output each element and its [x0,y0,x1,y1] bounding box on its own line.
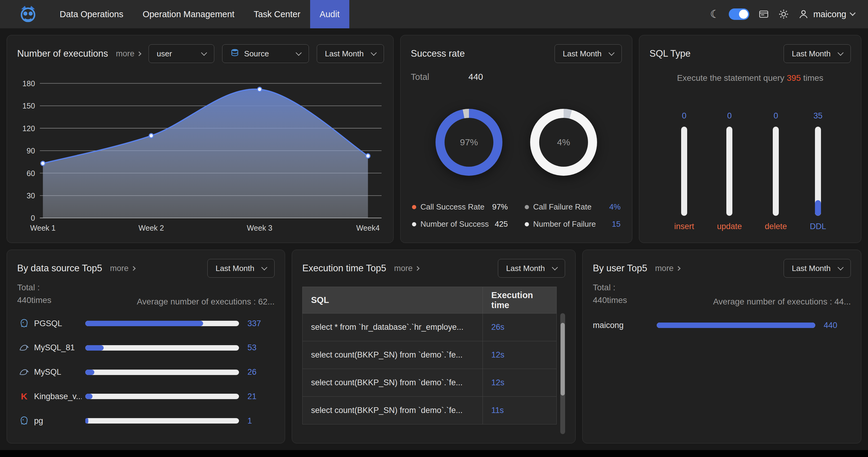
app-logo-owl-icon[interactable] [18,4,38,24]
average-label: Average number of executions : 62... [137,297,275,307]
legend-item: Number of Failure 15 [525,219,621,229]
dashboard-content: Number of executions more user Source [0,28,868,450]
svg-text:180: 180 [22,79,35,87]
bar-track [773,127,779,216]
list-item: maicong 440 [593,315,851,335]
gear-icon[interactable] [778,9,789,20]
chevron-down-icon [849,10,856,16]
more-link[interactable]: more [116,49,141,59]
bar-delete: 0 delete [765,111,787,231]
theme-toggle[interactable] [729,8,749,20]
bar-track [85,418,239,424]
postgresql-icon [17,416,31,426]
failure-rate-donut: 4% [530,109,597,176]
legend-dot [412,205,416,209]
query-count: 395 [786,73,801,83]
main-nav: Data Operations Operation Management Tas… [50,0,349,28]
nav-item-operation-management[interactable]: Operation Management [133,0,244,28]
col-header-sql: SQL [303,287,483,313]
chevron-down-icon [838,50,844,56]
panel-sql-type: SQL Type Last Month Execute the statemen… [639,35,861,243]
panel-title: By user Top5 [593,263,647,274]
legend-item: Call Failure Rate 4% [525,202,621,212]
period-select[interactable]: Last Month [498,259,565,278]
panel-title: SQL Type [650,48,690,59]
table-row: select count(BKKP_SN) from `demo`.`fe...… [303,341,557,369]
nav-item-audit[interactable]: Audit [310,0,349,28]
donut-center-label: 4% [539,118,588,167]
postgresql-icon [17,318,31,329]
total-block: Total : 440times [593,281,627,307]
period-select[interactable]: Last Month [555,44,622,63]
bar-track [657,323,815,328]
user-bar-list: maicong 440 [593,315,851,338]
kingbase-icon: K [17,391,31,401]
execution-time-table: SQL Execution time select * from `hr_dat… [302,287,557,424]
user-filter-select[interactable]: user [149,44,214,63]
chevron-down-icon [371,50,377,56]
more-link[interactable]: more [110,264,135,273]
panel-by-data-source: By data source Top5 more Last Month Tota… [7,250,285,444]
chevron-right-icon [415,266,420,271]
scrollbar-thumb[interactable] [561,323,565,396]
col-header-execution-time: Execution time [483,287,557,313]
svg-text:0: 0 [31,214,35,222]
list-item: MySQL_81 53 [17,338,275,358]
success-total: Total 440 [411,72,622,82]
table-scrollbar[interactable] [560,313,565,434]
legend-dot [525,222,529,226]
legend-item: Number of Success 425 [412,219,508,229]
svg-text:120: 120 [22,124,35,132]
table-row: select count(BKKP_SN) from `demo`.`fe...… [303,369,557,397]
panel-title: Success rate [411,48,465,59]
chevron-down-icon [261,264,267,270]
source-filter-select[interactable]: Source [222,44,309,63]
bar-track [681,127,687,216]
table-row: select * from `hr_database`.`hr_employe.… [303,313,557,341]
legend-dot [412,222,416,226]
bar-track [726,127,733,216]
period-select[interactable]: Last Month [317,44,384,63]
sql-type-subtitle: Execute the statement query 395 times [650,73,851,83]
list-item: PGSQL 337 [17,314,275,333]
chevron-right-icon [131,266,135,271]
svg-text:Week 2: Week 2 [138,223,164,232]
total-block: Total : 440times [17,281,52,307]
panel-by-user: By user Top5 more Last Month Total : 440… [582,250,861,444]
panel-title: Number of executions [17,48,108,59]
top-navbar: Data Operations Operation Management Tas… [0,0,868,28]
panel-title: Execution time Top5 [302,263,386,274]
list-item: K Kingbase_v... 21 [17,387,275,406]
success-donuts: 97% 4% [411,82,622,202]
period-select[interactable]: Last Month [784,259,851,278]
bar-track [85,345,239,351]
nav-item-data-operations[interactable]: Data Operations [50,0,133,28]
mysql-icon [17,342,31,353]
user-name: maicong [813,9,846,19]
period-select[interactable]: Last Month [207,259,275,278]
executions-area-chart: 0306090120150180Week 1Week 2Week 3Week4 [17,71,383,234]
legend-dot [525,205,529,209]
panel-success-rate: Success rate Last Month Total 440 97% 4% [400,35,632,243]
more-link[interactable]: more [655,264,680,273]
user-menu[interactable]: maicong [798,9,855,20]
list-item: pg 1 [17,411,275,430]
sql-type-bars: 0 insert 0 update 0 delete 35 DD [650,83,851,234]
total-value: 440 [468,72,483,82]
list-item: MySQL 26 [17,363,275,382]
mysql-icon [17,367,31,378]
person-icon [798,9,809,20]
bar-track [85,370,239,375]
more-link[interactable]: more [394,264,419,273]
table-row: select count(BKKP_SN) from `demo`.`fe...… [303,397,557,424]
donut-center-label: 97% [444,118,493,167]
bar-track [85,394,239,399]
moon-icon: ☾ [710,9,720,20]
source-bar-list: PGSQL 337 MySQL_81 53 MySQL [17,314,275,434]
svg-text:90: 90 [27,147,35,155]
svg-text:Week 3: Week 3 [247,223,273,232]
period-select[interactable]: Last Month [784,44,851,63]
nav-item-task-center[interactable]: Task Center [244,0,310,28]
sql-table-wrap: SQL Execution time select * from `hr_dat… [302,287,565,434]
card-icon[interactable] [758,9,769,20]
